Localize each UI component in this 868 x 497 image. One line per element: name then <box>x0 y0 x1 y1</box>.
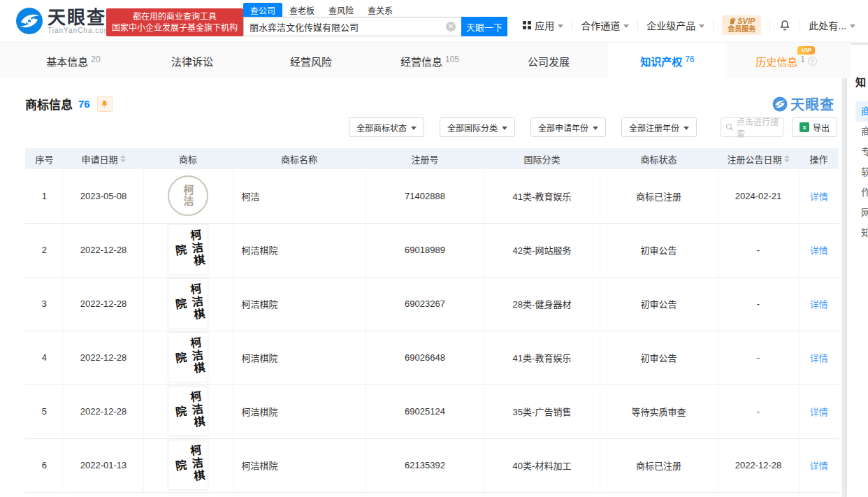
sort-icon <box>784 155 790 162</box>
col-intl-class: 国际分类 <box>484 148 600 169</box>
chevron-down-icon <box>558 24 563 28</box>
filter-register-year[interactable]: 全部注册年份 <box>621 117 697 137</box>
vip-badge: VIP <box>797 46 815 55</box>
detail-link[interactable]: 详情 <box>810 192 828 202</box>
col-action: 操作 <box>799 148 839 169</box>
cell-intl-class: 40类-材料加工 <box>484 438 600 492</box>
detail-link[interactable]: 详情 <box>810 353 828 363</box>
anchor-header: 知 <box>855 74 868 89</box>
apps-grid-icon <box>523 21 531 29</box>
trademark-image[interactable]: 柯洁棋院 <box>168 386 208 436</box>
trademark-table-body: 1 2023-05-08 柯洁 柯洁 71402888 41类-教育娱乐 商标已… <box>25 169 839 492</box>
cell-apply-date: 2022-12-28 <box>64 277 143 331</box>
search-tab-boss[interactable]: 查老板 <box>282 3 321 17</box>
cell-intl-class: 42类-网站服务 <box>484 223 600 277</box>
nav-apps[interactable]: 应用 <box>523 18 563 32</box>
trademark-image[interactable]: 柯洁棋院 <box>168 224 208 275</box>
cell-index: 6 <box>25 438 64 492</box>
cell-announce-date: 2022-12-28 <box>718 438 799 492</box>
cell-apply-date: 2022-12-28 <box>64 384 143 438</box>
tab-operating-risk[interactable]: 经营风险 <box>252 43 370 79</box>
tianyancha-watermark: 天眼查 <box>772 94 834 114</box>
anchor-item-5[interactable]: 网 <box>855 203 868 223</box>
ip-anchor-panel: 知 商 商 专 软 作 网 知 <box>847 45 868 497</box>
col-apply-date[interactable]: 申请日期 <box>64 148 143 169</box>
clear-icon[interactable]: ✕ <box>446 22 456 31</box>
search-icon <box>725 123 734 131</box>
cell-index: 4 <box>25 331 64 384</box>
tianyancha-logo[interactable]: 天眼查 TianYanCha.com <box>15 7 110 35</box>
section-count: 76 <box>78 98 90 110</box>
anchor-item-3[interactable]: 软 <box>855 162 868 182</box>
top-nav: 应用 合作通道 企业级产品 ♛ SVIP 会员服务 此处有... <box>523 15 855 35</box>
table-row: 4 2022-12-28 柯洁棋院 柯洁棋院 69026648 41类-教育娱乐… <box>25 331 839 384</box>
tab-basic-info[interactable]: 基本信息20 <box>14 43 133 79</box>
cell-status: 商标已注册 <box>600 438 718 492</box>
trademark-image[interactable]: 柯洁棋院 <box>168 278 208 329</box>
sort-icon <box>120 155 126 162</box>
detail-link[interactable]: 详情 <box>810 407 828 417</box>
cell-status: 初审公告 <box>600 277 718 331</box>
search-tab-risk[interactable]: 查风险 <box>321 3 361 17</box>
trademark-table: 序号 申请日期 商标 商标名称 注册号 国际分类 商标状态 注册公告日期 操作 … <box>25 148 839 493</box>
tab-company-development[interactable]: 公司发展 <box>489 43 608 79</box>
cell-registration-no: 69025124 <box>366 384 484 438</box>
notification-bell-icon[interactable] <box>779 19 791 31</box>
svip-badge[interactable]: ♛ SVIP 会员服务 <box>722 15 761 35</box>
anchor-item-4[interactable]: 作 <box>855 182 868 203</box>
detail-link[interactable]: 详情 <box>810 299 828 310</box>
detail-link[interactable]: 详情 <box>810 245 828 256</box>
tab-legal[interactable]: 法律诉讼 <box>133 43 252 79</box>
search-tabs: 查公司 查老板 查风险 查关系 <box>243 3 509 17</box>
chevron-down-icon <box>502 127 507 130</box>
cell-intl-class: 35类-广告销售 <box>484 384 600 438</box>
company-section-tabs: 基本信息20 法律诉讼 经营风险 经营信息105 公司发展 知识产权76 VIP… <box>0 42 851 78</box>
search-tab-company[interactable]: 查公司 <box>243 3 282 17</box>
cell-trademark-name: 柯洁棋院 <box>233 384 366 438</box>
chevron-down-icon <box>683 127 689 130</box>
col-trademark: 商标 <box>143 148 233 169</box>
export-button[interactable]: x 导出 <box>792 117 837 137</box>
anchor-item-6[interactable]: 知 <box>855 223 868 243</box>
trademark-image[interactable]: 柯洁 <box>168 175 208 216</box>
filter-intl-class[interactable]: 全部国际分类 <box>440 117 515 137</box>
anchor-item-1[interactable]: 商 <box>855 122 868 142</box>
trademark-image[interactable]: 柯洁棋院 <box>168 332 208 382</box>
tianyancha-logo-icon <box>15 7 43 35</box>
cell-trademark-name: 柯洁棋院 <box>233 331 366 384</box>
nav-more[interactable]: 此处有... <box>809 18 855 32</box>
filter-trademark-status[interactable]: 全部商标状态 <box>349 117 424 137</box>
col-announce-date[interactable]: 注册公告日期 <box>718 148 799 169</box>
tab-intellectual-property[interactable]: 知识产权76 <box>608 43 727 79</box>
cell-apply-date: 2022-12-28 <box>64 223 143 277</box>
top-header: 天眼查 TianYanCha.com 都在用的商业查询工具 国家中小企业发展子基… <box>0 0 868 42</box>
search-button[interactable]: 天眼一下 <box>461 17 507 36</box>
nav-partners[interactable]: 合作通道 <box>581 18 629 32</box>
search-input[interactable] <box>243 17 461 36</box>
cell-announce-date: 2024-02-21 <box>718 169 799 223</box>
chevron-down-icon <box>411 127 417 130</box>
promo-line2: 国家中小企业发展子基金旗下机构 <box>112 22 238 34</box>
anchor-item-2[interactable]: 专 <box>855 142 868 162</box>
help-icon[interactable]: ? <box>808 57 817 66</box>
cell-status: 等待实质审查 <box>600 384 718 438</box>
search-tab-relation[interactable]: 查关系 <box>361 3 400 17</box>
cell-index: 1 <box>25 169 64 223</box>
col-status: 商标状态 <box>600 148 718 169</box>
anchor-item-trademark[interactable]: 商 <box>855 101 868 122</box>
cell-registration-no: 69023267 <box>366 277 484 331</box>
tab-history-info[interactable]: VIP 历史信息1 ? <box>727 43 846 79</box>
tab-operating-info[interactable]: 经营信息105 <box>370 43 489 79</box>
detail-link[interactable]: 详情 <box>810 461 828 471</box>
chevron-down-icon <box>593 127 598 130</box>
col-registration-no: 注册号 <box>366 148 484 169</box>
cell-announce-date: - <box>718 223 799 277</box>
trademark-image[interactable]: 柯洁棋院 <box>168 440 208 490</box>
table-search-input[interactable]: 点击进行搜索 <box>721 117 783 137</box>
filter-apply-year[interactable]: 全部申请年份 <box>530 117 606 137</box>
chevron-down-icon <box>850 24 855 28</box>
filter-bar: 全部商标状态 全部国际分类 全部申请年份 全部注册年份 点击进行搜索 x 导出 <box>333 117 837 137</box>
nav-enterprise[interactable]: 企业级产品 <box>646 18 704 32</box>
monitor-bell-icon[interactable] <box>97 96 113 112</box>
table-row: 2 2022-12-28 柯洁棋院 柯洁棋院 69018989 42类-网站服务… <box>25 223 839 277</box>
